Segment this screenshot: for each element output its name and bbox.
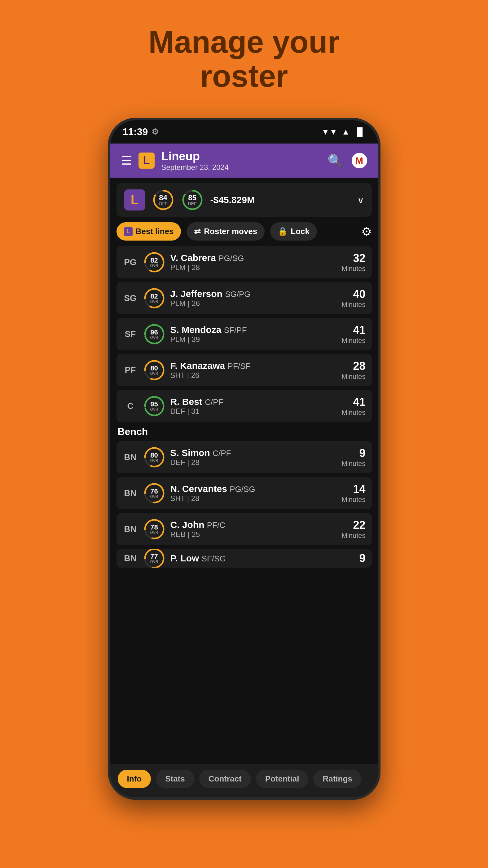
action-buttons: L Best lines ⇄ Roster moves 🔒 Lock ⚙	[110, 222, 378, 246]
tab-stats[interactable]: Stats	[156, 770, 194, 788]
def-rating-circle: 85 DEF	[181, 189, 203, 211]
status-icons: ▼▼ ▲ ▐▌	[321, 127, 365, 137]
battery-icon: ▐▌	[354, 127, 366, 137]
player-info: J. Jefferson SG/PG PLM | 26	[170, 289, 337, 308]
player-minutes: 14 Minutes	[341, 483, 365, 504]
player-row[interactable]: SG 82 OVR J. Jefferson SG/PG PLM | 26 40	[117, 282, 372, 314]
opponent-badge: M	[352, 153, 367, 168]
player-info: F. Kanazawa PF/SF SHT | 26	[170, 361, 337, 380]
ovr-circle: 77 OVR	[143, 549, 165, 568]
header-subtitle: September 23, 2024	[161, 163, 229, 172]
player-minutes: 9 Minutes	[341, 447, 365, 468]
player-row[interactable]: PG 82 OVR V. Cabrera PG/SG PLM | 28 32	[117, 246, 372, 278]
status-bar: 11:39 ⚙ ▼▼ ▲ ▐▌	[110, 120, 378, 144]
player-row[interactable]: BN 77 OVR P. Low SF/SG 9	[117, 549, 372, 568]
position-badge: BN	[123, 488, 138, 498]
hamburger-menu[interactable]: ☰	[121, 154, 132, 167]
player-minutes: 41 Minutes	[341, 323, 365, 345]
player-info: P. Low SF/SG	[170, 553, 354, 564]
position-badge: BN	[123, 553, 138, 563]
salary-text: -$45.829M	[210, 195, 255, 205]
player-name: C. John PF/C	[170, 520, 337, 530]
player-info: R. Best C/PF DEF | 31	[170, 397, 337, 416]
player-row[interactable]: SF 96 OVR S. Mendoza SF/PF PLM | 39 41	[117, 318, 372, 350]
phone-frame: 11:39 ⚙ ▼▼ ▲ ▐▌ ☰ L Lineup September 23,…	[108, 118, 381, 800]
roster-moves-button[interactable]: ⇄ Roster moves	[187, 222, 265, 241]
player-list: PG 82 OVR V. Cabrera PG/SG PLM | 28 32	[110, 246, 378, 764]
player-name: F. Kanazawa PF/SF	[170, 361, 337, 371]
player-name: P. Low SF/SG	[170, 553, 354, 564]
player-minutes: 9	[359, 552, 365, 565]
tab-potential[interactable]: Potential	[256, 770, 308, 788]
player-name: S. Simon C/PF	[170, 447, 337, 458]
search-icon[interactable]: 🔍	[327, 153, 343, 168]
position-badge: PG	[123, 257, 138, 267]
ovr-circle: 76 OVR	[143, 482, 165, 504]
player-minutes: 28 Minutes	[341, 360, 365, 381]
team-stats-bar[interactable]: L 84 OFF 85	[117, 183, 372, 217]
settings-gear-icon: ⚙	[152, 127, 159, 137]
wifi-icon: ▼▼	[321, 127, 337, 137]
team-logo-small: L	[124, 189, 145, 211]
lineup-settings-button[interactable]: ⚙	[361, 225, 372, 238]
player-info: V. Cabrera PG/SG PLM | 28	[170, 253, 337, 272]
position-badge: SG	[123, 293, 138, 303]
player-meta: SHT | 28	[170, 494, 337, 503]
ovr-circle: 80 OVR	[143, 359, 165, 381]
player-meta: SHT | 26	[170, 371, 337, 380]
bench-label: Bench	[118, 426, 372, 437]
ovr-circle: 82 OVR	[143, 287, 165, 309]
player-info: N. Cervantes PG/SG SHT | 28	[170, 484, 337, 503]
ovr-circle: 78 OVR	[143, 518, 165, 540]
player-meta: DEF | 31	[170, 407, 337, 416]
player-row[interactable]: BN 78 OVR C. John PF/C REB | 25 22	[117, 513, 372, 545]
tab-ratings[interactable]: Ratings	[313, 770, 361, 788]
status-time: 11:39 ⚙	[123, 126, 159, 137]
phone-body: L 84 OFF 85	[110, 178, 378, 797]
player-meta: DEF | 28	[170, 458, 337, 467]
app-header: ☰ L Lineup September 23, 2024 🔍 M	[110, 144, 378, 178]
swap-icon: ⇄	[194, 227, 201, 236]
lock-icon: 🔒	[278, 227, 288, 236]
player-minutes: 32 Minutes	[341, 252, 365, 273]
lock-button[interactable]: 🔒 Lock	[270, 222, 317, 241]
player-minutes: 22 Minutes	[341, 519, 365, 540]
player-info: S. Simon C/PF DEF | 28	[170, 447, 337, 467]
player-minutes: 41 Minutes	[341, 396, 365, 416]
player-meta: PLM | 26	[170, 299, 337, 308]
team-logo-header: L	[138, 153, 155, 168]
page-title: Manage your roster	[149, 25, 339, 93]
best-lines-logo: L	[124, 227, 133, 236]
player-minutes: 40 Minutes	[341, 288, 365, 309]
player-name: R. Best C/PF	[170, 397, 337, 407]
player-info: S. Mendoza SF/PF PLM | 39	[170, 324, 337, 344]
player-row[interactable]: PF 80 OVR F. Kanazawa PF/SF SHT | 26 28	[117, 354, 372, 386]
chevron-down-icon[interactable]: ∨	[357, 195, 364, 206]
player-meta: PLM | 28	[170, 263, 337, 272]
position-badge: BN	[123, 452, 138, 462]
best-lines-button[interactable]: L Best lines	[117, 222, 181, 241]
player-name: N. Cervantes PG/SG	[170, 484, 337, 494]
player-meta: REB | 25	[170, 530, 337, 539]
player-name: J. Jefferson SG/PG	[170, 289, 337, 299]
ovr-circle: 80 OVR	[143, 446, 165, 468]
bottom-tabs: InfoStatsContractPotentialRatings	[110, 764, 378, 797]
header-title: Lineup	[161, 150, 229, 163]
ovr-circle: 96 OVR	[143, 323, 165, 345]
player-row[interactable]: BN 76 OVR N. Cervantes PG/SG SHT | 28 14	[117, 477, 372, 509]
ovr-circle: 82 OVR	[143, 251, 165, 273]
ovr-circle: 95 OVR	[143, 395, 165, 417]
player-row[interactable]: BN 80 OVR S. Simon C/PF DEF | 28 9	[117, 441, 372, 473]
signal-icon: ▲	[342, 127, 350, 137]
player-name: V. Cabrera PG/SG	[170, 253, 337, 263]
player-meta: PLM | 39	[170, 335, 337, 344]
position-badge: SF	[123, 329, 138, 339]
player-info: C. John PF/C REB | 25	[170, 520, 337, 539]
off-rating-circle: 84 OFF	[152, 189, 174, 211]
position-badge: BN	[123, 524, 138, 534]
tab-info[interactable]: Info	[118, 770, 151, 788]
player-name: S. Mendoza SF/PF	[170, 324, 337, 335]
player-row[interactable]: C 95 OVR R. Best C/PF DEF | 31 41 M	[117, 390, 372, 422]
position-badge: PF	[123, 365, 138, 375]
tab-contract[interactable]: Contract	[199, 770, 251, 788]
